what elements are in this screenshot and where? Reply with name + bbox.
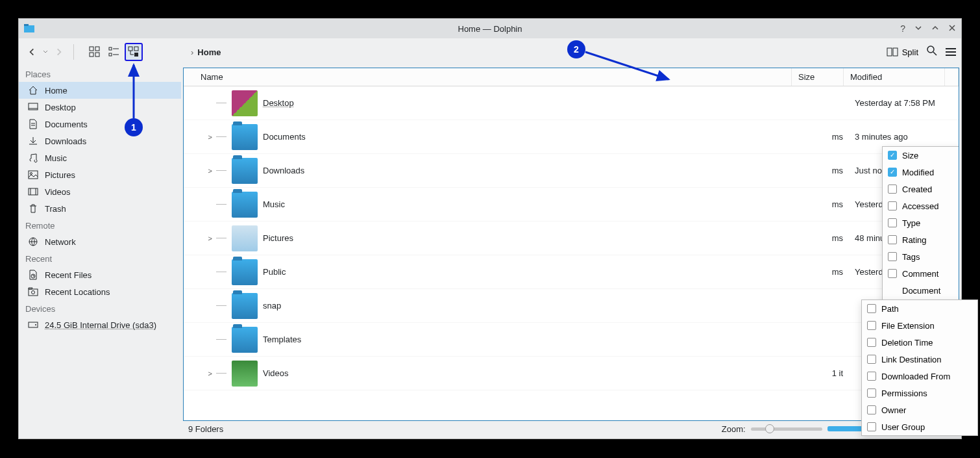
table-row[interactable]: snap bbox=[184, 289, 959, 323]
menu-item[interactable]: Created bbox=[883, 181, 959, 197]
svg-rect-15 bbox=[887, 48, 892, 56]
breadcrumb[interactable]: › Home bbox=[191, 47, 221, 57]
menu-item[interactable]: File Extension bbox=[862, 317, 977, 334]
columns-header[interactable]: Name Size Modified bbox=[184, 68, 959, 86]
svg-rect-8 bbox=[109, 53, 112, 56]
sidebar-item-recent-files[interactable]: Recent Files bbox=[19, 266, 181, 283]
folder-thumb bbox=[232, 90, 258, 116]
sidebar-item-home[interactable]: Home bbox=[19, 82, 181, 99]
zoom-slider[interactable] bbox=[751, 427, 822, 431]
menu-item-label: Link Destination bbox=[881, 355, 971, 364]
callout-1: 1 bbox=[125, 118, 143, 136]
menu-item[interactable]: Accessed bbox=[883, 197, 959, 214]
back-button[interactable] bbox=[24, 44, 40, 60]
svg-rect-14 bbox=[134, 53, 138, 57]
sidebar-item-recent-locations[interactable]: Recent Locations bbox=[19, 283, 181, 300]
expand-icon[interactable]: > bbox=[208, 235, 212, 242]
menu-item[interactable]: Size bbox=[883, 147, 959, 164]
split-button[interactable]: Split bbox=[887, 46, 918, 58]
sidebar-item-downloads[interactable]: Downloads bbox=[19, 133, 181, 149]
table-row[interactable]: PublicmsYesterday at 7:58 PM bbox=[184, 255, 959, 289]
sidebar-item-videos[interactable]: Videos bbox=[19, 183, 181, 200]
menu-item[interactable]: Document› bbox=[883, 282, 959, 299]
menu-item[interactable]: Path bbox=[862, 300, 977, 317]
sidebar-item-internal-drive[interactable]: 24.5 GiB Internal Drive (sda3) bbox=[19, 316, 181, 333]
table-row[interactable]: >Documentsms3 minutes ago bbox=[184, 120, 959, 154]
sidebar-item-trash[interactable]: Trash bbox=[19, 200, 181, 217]
table-row[interactable]: >Picturesms48 minutes ago bbox=[184, 222, 959, 255]
expand-icon[interactable]: > bbox=[208, 167, 212, 175]
menu-item[interactable]: Downloaded From bbox=[862, 368, 977, 385]
view-compact-button[interactable] bbox=[105, 43, 123, 61]
folder-thumb bbox=[232, 361, 258, 387]
back-dropdown-icon[interactable] bbox=[42, 44, 49, 60]
menu-button[interactable] bbox=[946, 48, 956, 56]
sidebar-item-music[interactable]: Music bbox=[19, 149, 181, 166]
svg-rect-10 bbox=[129, 47, 132, 51]
table-row[interactable]: >Videos1 it bbox=[184, 357, 959, 390]
menu-item-label: Size bbox=[902, 151, 959, 160]
file-size: ms bbox=[798, 132, 850, 142]
folder-thumb bbox=[232, 192, 258, 218]
menu-item[interactable]: Permissions bbox=[862, 385, 977, 401]
menu-item-label: Owner bbox=[881, 405, 971, 415]
menu-item-label: Comment bbox=[902, 269, 959, 279]
menu-item[interactable]: Modified bbox=[883, 164, 959, 181]
sidebar-item-network[interactable]: Network bbox=[19, 233, 181, 250]
file-name: Templates bbox=[263, 335, 301, 344]
svg-rect-2 bbox=[90, 47, 93, 51]
table-row[interactable]: Templates bbox=[184, 323, 959, 357]
sidebar-item-pictures[interactable]: Pictures bbox=[19, 166, 181, 183]
menu-item[interactable]: Deletion Time bbox=[862, 334, 977, 351]
sidebar-item-documents[interactable]: Documents bbox=[19, 116, 181, 133]
table-row[interactable]: MusicmsYesterday at 7:58 PM bbox=[184, 188, 959, 222]
view-icons-button[interactable] bbox=[86, 43, 104, 61]
menu-item[interactable]: User Group bbox=[862, 418, 977, 435]
svg-rect-3 bbox=[95, 47, 99, 51]
split-label: Split bbox=[902, 47, 918, 57]
sidebar-recent-header: Recent bbox=[19, 250, 181, 266]
column-modified[interactable]: Modified bbox=[844, 68, 945, 86]
column-name[interactable]: Name bbox=[184, 68, 792, 86]
breadcrumb-home[interactable]: Home bbox=[197, 47, 221, 57]
minimize-icon[interactable] bbox=[914, 23, 922, 34]
menu-item-label: Path bbox=[881, 304, 971, 314]
forward-button[interactable] bbox=[51, 44, 67, 60]
svg-point-24 bbox=[31, 173, 32, 175]
app-icon bbox=[24, 23, 34, 34]
svg-rect-11 bbox=[134, 47, 138, 51]
home-icon bbox=[28, 85, 38, 95]
view-details-button[interactable] bbox=[125, 43, 143, 61]
menu-item-label: Accessed bbox=[902, 201, 959, 211]
file-modified: Yesterday at 7:58 PM bbox=[850, 98, 951, 108]
table-row[interactable]: >DownloadsmsJust now bbox=[184, 154, 959, 188]
help-icon[interactable]: ? bbox=[900, 23, 905, 34]
close-icon[interactable] bbox=[948, 23, 956, 34]
file-name: Downloads bbox=[263, 166, 304, 175]
expand-icon[interactable]: > bbox=[208, 133, 212, 141]
file-name: Music bbox=[263, 199, 285, 209]
file-size: ms bbox=[798, 233, 850, 243]
svg-rect-16 bbox=[893, 48, 898, 56]
recent-locations-icon bbox=[28, 286, 38, 297]
menu-item[interactable]: Type bbox=[883, 214, 959, 231]
menu-item[interactable]: Comment bbox=[883, 265, 959, 282]
titlebar: Home — Dolphin ? bbox=[19, 19, 961, 38]
expand-icon[interactable]: > bbox=[208, 370, 212, 377]
music-icon bbox=[28, 153, 38, 163]
menu-item-label: Deletion Time bbox=[881, 338, 971, 348]
menu-item[interactable]: Link Destination bbox=[862, 351, 977, 368]
sidebar-item-desktop[interactable]: Desktop bbox=[19, 99, 181, 116]
svg-rect-5 bbox=[95, 53, 99, 57]
search-button[interactable] bbox=[926, 45, 938, 59]
menu-item[interactable]: Rating bbox=[883, 231, 959, 248]
table-row[interactable]: DesktopYesterday at 7:58 PM bbox=[184, 86, 959, 120]
column-size[interactable]: Size bbox=[792, 68, 844, 86]
sidebar-remote-header: Remote bbox=[19, 217, 181, 233]
maximize-icon[interactable] bbox=[931, 23, 939, 34]
menu-item[interactable]: Tags bbox=[883, 248, 959, 265]
window-title: Home — Dolphin bbox=[19, 24, 961, 34]
desktop-icon bbox=[28, 102, 38, 112]
file-name: Desktop bbox=[263, 98, 294, 108]
menu-item[interactable]: Owner bbox=[862, 401, 977, 418]
